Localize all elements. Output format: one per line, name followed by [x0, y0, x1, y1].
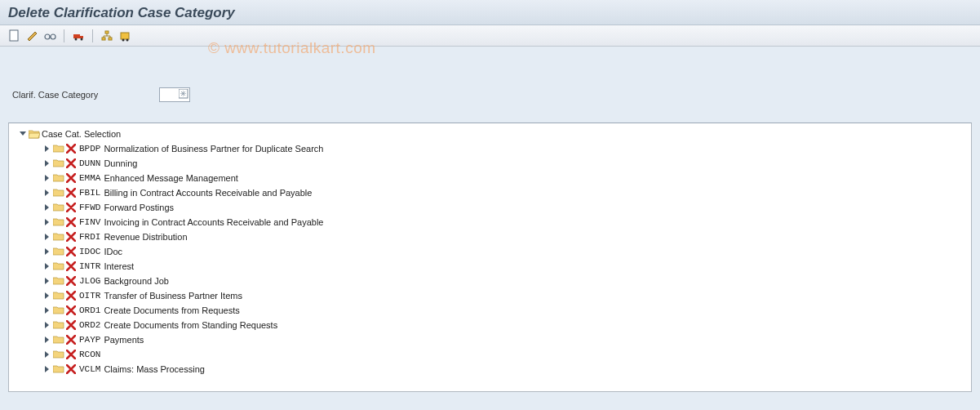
tree-item-code: DUNN — [79, 156, 100, 171]
tree-container: Case Cat. Selection BPDPNormalization of… — [8, 123, 972, 392]
chevron-right-icon[interactable] — [43, 203, 51, 212]
tree-item-code: FBIL — [79, 185, 100, 200]
tree-item[interactable]: INTRInterest — [19, 259, 971, 274]
tree-item[interactable]: DUNNDunning — [19, 156, 971, 171]
delete-x-icon — [66, 217, 76, 227]
delete-x-icon — [66, 364, 76, 374]
tree-item[interactable]: EMMAEnhanced Message Management — [19, 171, 971, 185]
new-button[interactable] — [7, 29, 21, 43]
folder-icon — [53, 158, 64, 168]
field-row: Clarif. Case Category — [12, 87, 972, 102]
chevron-right-icon[interactable] — [43, 292, 51, 300]
chevron-right-icon[interactable] — [43, 174, 51, 182]
delete-x-icon — [66, 305, 76, 315]
tree-root-node[interactable]: Case Cat. Selection — [19, 127, 971, 141]
folder-icon — [53, 247, 64, 256]
hierarchy-icon — [101, 30, 113, 42]
tree-item[interactable]: FFWDForward Postings — [19, 200, 971, 215]
tree-item[interactable]: FBILBilling in Contract Accounts Receiva… — [19, 185, 971, 200]
title-text: Delete Clarification Case Category — [8, 5, 235, 20]
chevron-right-icon[interactable] — [43, 233, 51, 241]
field-label: Clarif. Case Category — [12, 90, 143, 100]
tree-item-text: Revenue Distribution — [104, 230, 187, 244]
tree-item[interactable]: ORD1Create Documents from Requests — [19, 303, 971, 318]
chevron-right-icon[interactable] — [43, 365, 51, 373]
content-area: Clarif. Case Category Case Cat. Selectio… — [0, 47, 980, 410]
folder-icon — [53, 144, 64, 154]
tree-item-code: FFWD — [79, 200, 100, 215]
tree-item[interactable]: IDOCIDoc — [19, 244, 971, 259]
display-button[interactable] — [42, 29, 57, 43]
folder-icon — [53, 320, 64, 330]
folder-icon — [53, 188, 64, 198]
chevron-right-icon[interactable] — [43, 159, 51, 167]
tree-item-text: Enhanced Message Management — [104, 171, 238, 185]
pencil-icon — [26, 29, 38, 42]
transport2-button[interactable] — [118, 29, 132, 43]
tree-item[interactable]: RCON — [19, 347, 971, 362]
transport-button[interactable] — [71, 29, 86, 43]
chevron-right-icon[interactable] — [43, 350, 51, 359]
delete-x-icon — [66, 320, 76, 330]
tree-item-text: Billing in Contract Accounts Receivable … — [104, 185, 312, 200]
tree-item-code: BPDP — [79, 141, 100, 156]
delete-x-icon — [66, 291, 76, 301]
tree-item-code: ORD2 — [79, 318, 100, 332]
case-category-input[interactable] — [159, 87, 190, 102]
delete-x-icon — [66, 232, 76, 242]
tree-item-code: VCLM — [79, 362, 100, 377]
tree-item-text: Create Documents from Requests — [104, 303, 239, 318]
tree-item[interactable]: PAYPPayments — [19, 332, 971, 347]
chevron-right-icon[interactable] — [43, 321, 51, 329]
toolbar-separator — [64, 29, 64, 42]
folder-open-icon — [29, 129, 40, 139]
folder-icon — [53, 232, 64, 242]
chevron-right-icon[interactable] — [43, 218, 51, 226]
tree-item-code: FRDI — [79, 230, 100, 244]
delete-x-icon — [66, 335, 76, 345]
tree-item-code: JLOG — [79, 274, 100, 288]
folder-icon — [53, 261, 64, 271]
folder-icon — [53, 276, 64, 286]
tree-item[interactable]: FRDIRevenue Distribution — [19, 230, 971, 244]
delete-x-icon — [66, 188, 76, 198]
tree-item[interactable]: ORD2Create Documents from Standing Reque… — [19, 318, 971, 332]
truck-icon — [73, 30, 85, 42]
toolbar-separator — [92, 29, 93, 42]
tree-item-code: INTR — [79, 259, 100, 274]
folder-icon — [53, 173, 64, 183]
tree-item-text: Create Documents from Standing Requests — [104, 318, 277, 332]
tree-item[interactable]: JLOGBackground Job — [19, 274, 971, 288]
delete-x-icon — [66, 203, 76, 212]
chevron-right-icon[interactable] — [43, 336, 51, 344]
chevron-right-icon[interactable] — [43, 189, 51, 197]
tree-item-text: Background Job — [104, 274, 169, 288]
tree-item-code: PAYP — [79, 332, 100, 347]
tree-root-label: Case Cat. Selection — [42, 127, 121, 141]
tree-item[interactable]: OITRTransfer of Business Partner Items — [19, 288, 971, 303]
document-icon — [8, 29, 20, 42]
chevron-down-icon[interactable] — [19, 130, 27, 138]
tree-item-text: Claims: Mass Processing — [104, 362, 204, 377]
chevron-right-icon[interactable] — [43, 145, 51, 153]
chevron-right-icon[interactable] — [43, 306, 51, 314]
chevron-right-icon[interactable] — [43, 277, 51, 285]
tree-item-text: Dunning — [104, 156, 137, 171]
tree-item[interactable]: BPDPNormalization of Business Partner fo… — [19, 141, 971, 156]
tree-item-text: Normalization of Business Partner for Du… — [104, 141, 323, 156]
folder-icon — [53, 335, 64, 345]
folder-icon — [53, 305, 64, 315]
page-title: Delete Clarification Case Category — [0, 0, 980, 25]
chevron-right-icon[interactable] — [43, 262, 51, 270]
chevron-right-icon[interactable] — [43, 247, 51, 256]
delete-x-icon — [66, 144, 76, 154]
tree-item-code: EMMA — [79, 171, 100, 185]
edit-button[interactable] — [24, 29, 39, 43]
tree-item[interactable]: VCLMClaims: Mass Processing — [19, 362, 971, 377]
tree-item-code: IDOC — [79, 244, 100, 259]
tree-item-text: Payments — [104, 332, 144, 347]
hierarchy-button[interactable] — [100, 29, 114, 43]
folder-icon — [53, 291, 64, 301]
tree-item[interactable]: FINVInvoicing in Contract Accounts Recei… — [19, 215, 971, 230]
glasses-icon — [43, 29, 56, 42]
